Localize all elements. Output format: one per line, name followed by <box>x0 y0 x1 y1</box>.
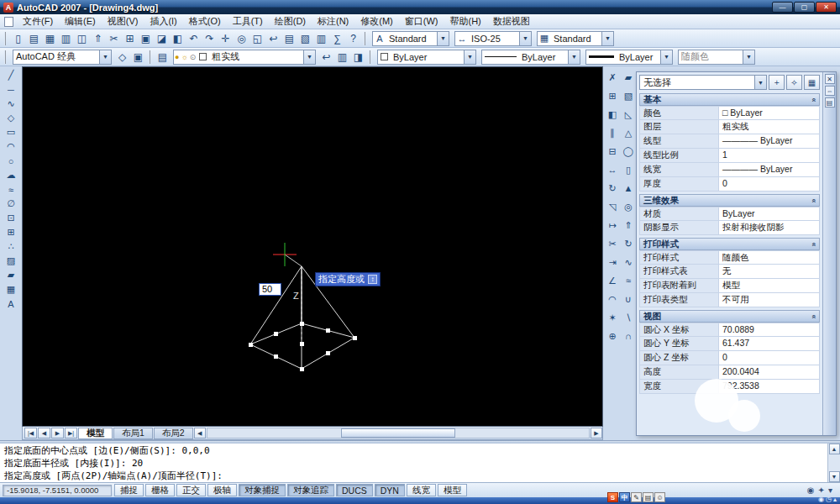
move-icon[interactable]: ↔ <box>605 160 620 179</box>
property-value[interactable]: 0 <box>719 177 819 191</box>
menu-window[interactable]: 窗口(W) <box>399 14 444 29</box>
communication-center-icon[interactable]: ◉ <box>807 486 815 495</box>
dyn-toggle[interactable]: DYN <box>375 484 405 496</box>
make-block-icon[interactable]: ⊞ <box>3 225 19 239</box>
pen-icon[interactable]: ✎ <box>631 492 642 502</box>
command-scrollbar[interactable]: ▲ ▼ <box>827 444 840 482</box>
point-icon[interactable]: ∴ <box>3 239 19 254</box>
selection-combo[interactable]: 无选择 ▼ <box>639 75 767 90</box>
menu-file[interactable]: 文件(F) <box>17 14 59 29</box>
arc-icon[interactable]: ◠ <box>3 139 19 154</box>
pan-icon[interactable]: ✛ <box>218 30 234 46</box>
palette-menu-icon[interactable]: ▤ <box>825 97 835 108</box>
keyboard-icon[interactable]: ▤ <box>643 492 654 502</box>
hscroll-right-icon[interactable]: ▶ <box>591 428 602 438</box>
ellipse-icon[interactable]: ∅ <box>3 197 19 211</box>
chevron-down-icon[interactable]: ▼ <box>601 32 613 45</box>
property-value[interactable]: 61.437 <box>719 337 819 350</box>
snap-toggle[interactable]: 捕捉 <box>114 484 144 496</box>
palette-titlebar[interactable]: ✕ ⇔ ▤ <box>822 72 836 435</box>
property-value[interactable]: ———— ByLayer <box>719 134 819 148</box>
otrack-toggle[interactable]: 对象追踪 <box>287 484 334 496</box>
erase-icon[interactable]: ✗ <box>605 68 620 87</box>
menu-dataview[interactable]: 数据视图 <box>487 14 536 29</box>
chevron-down-icon[interactable]: ▼ <box>437 32 449 45</box>
table-style-combo[interactable]: ▦ Standard ▼ <box>537 31 614 46</box>
torus-icon[interactable]: ◎ <box>621 197 636 216</box>
layer-isolate-icon[interactable]: ◨ <box>350 49 366 65</box>
tab-last-button[interactable]: ▶| <box>65 428 77 438</box>
line-icon[interactable]: ╱ <box>3 68 19 82</box>
property-value[interactable]: 投射和接收阴影 <box>719 221 819 234</box>
property-value[interactable]: 不可用 <box>719 293 819 307</box>
box-icon[interactable]: ▧ <box>621 87 636 105</box>
open-icon[interactable]: ▤ <box>26 30 42 46</box>
tray-icon-2[interactable]: ◷ <box>826 496 832 503</box>
zoom-window-icon[interactable]: ◱ <box>249 30 265 46</box>
chevron-down-icon[interactable]: ▼ <box>660 50 672 64</box>
subtract-icon[interactable]: ∖ <box>621 308 636 327</box>
property-row[interactable]: 线型比例 1 <box>639 149 820 163</box>
workspace-combo[interactable]: AutoCAD 经典 ▼ <box>13 50 112 65</box>
property-value[interactable]: 粗实线 <box>719 120 819 134</box>
workspace-save-icon[interactable]: ▣ <box>130 49 146 65</box>
property-value[interactable]: ByLayer <box>719 207 819 220</box>
pickadd-toggle-button[interactable]: ＋ <box>769 75 785 90</box>
chevron-down-icon[interactable]: ▼ <box>754 76 766 89</box>
property-row[interactable]: 打印样式表 无 <box>639 265 820 279</box>
emoji-icon[interactable]: ☺ <box>654 492 665 502</box>
menu-insert[interactable]: 插入(I) <box>144 14 182 29</box>
tab-first-button[interactable]: |◀ <box>24 428 37 438</box>
cone-icon[interactable]: △ <box>621 123 636 142</box>
plot-icon[interactable]: ▥ <box>58 30 74 46</box>
property-row[interactable]: 线型 ———— ByLayer <box>639 134 820 149</box>
intersect-icon[interactable]: ∩ <box>621 327 636 345</box>
section-header-plot[interactable]: 打印样式 « <box>639 238 820 250</box>
zoom-realtime-icon[interactable]: ◎ <box>234 30 249 46</box>
minimize-button[interactable]: — <box>772 2 793 13</box>
rotate-icon[interactable]: ↻ <box>605 179 620 197</box>
scale-icon[interactable]: ◹ <box>605 197 620 216</box>
property-row[interactable]: 打印样式 随颜色 <box>639 250 820 265</box>
polysolid-icon[interactable]: ▰ <box>621 68 636 87</box>
copy-icon[interactable]: ⊞ <box>605 87 620 105</box>
extrude-icon[interactable]: ⇑ <box>621 216 636 234</box>
collapse-chevron-icon[interactable]: « <box>809 97 817 102</box>
layer-manager-icon[interactable]: ▤ <box>155 49 171 65</box>
region-icon[interactable]: ▰ <box>3 268 19 282</box>
copy-clip-icon[interactable]: ⊞ <box>122 30 138 46</box>
tab-layout2[interactable]: 布局2 <box>154 428 193 439</box>
maximize-button[interactable]: ▢ <box>794 2 815 13</box>
layer-freeze-icon[interactable]: ☼ <box>181 53 187 61</box>
command-prompt-line[interactable]: 指定高度或 [两点(2P)/轴端点(A)/顶面半径(T)]: <box>4 470 824 482</box>
undo-icon[interactable]: ↶ <box>186 30 202 46</box>
fillet-icon[interactable]: ◠ <box>605 290 620 308</box>
section-header-view[interactable]: 视图 « <box>639 310 820 323</box>
property-value[interactable]: 模型 <box>719 279 819 292</box>
sphere-icon[interactable]: ◯ <box>621 142 636 160</box>
property-row[interactable]: 圆心 X 坐标 70.0889 <box>639 323 820 337</box>
property-row[interactable]: 材质 ByLayer <box>639 207 820 221</box>
tab-prev-button[interactable]: ◀ <box>38 428 50 438</box>
redo-icon[interactable]: ↷ <box>202 30 218 46</box>
loft-icon[interactable]: ≈ <box>621 271 636 290</box>
menu-format[interactable]: 格式(O) <box>183 14 227 29</box>
color-combo[interactable]: ByLayer ▼ <box>377 50 476 65</box>
palette-autohide-icon[interactable]: ⇔ <box>825 86 835 96</box>
tab-layout1[interactable]: 布局1 <box>113 428 153 439</box>
layer-combo[interactable]: ● ☼ ⊙ 粗实线 ▼ <box>173 50 316 65</box>
property-value[interactable]: 随颜色 <box>719 251 819 264</box>
help-icon[interactable]: ? <box>345 30 361 46</box>
property-value[interactable]: 1 <box>719 149 819 162</box>
chevron-down-icon[interactable]: ▼ <box>519 32 531 45</box>
array-icon[interactable]: ⊟ <box>605 142 620 160</box>
polyline-icon[interactable]: ∿ <box>3 97 19 111</box>
tray-icon-1[interactable]: ◉ <box>818 496 824 503</box>
join-icon[interactable]: ⊕ <box>605 327 620 345</box>
tool-palettes-icon[interactable]: ▥ <box>313 30 329 46</box>
toolbar-grip[interactable] <box>364 32 367 45</box>
properties-icon[interactable]: ▤ <box>281 30 297 46</box>
title-bar[interactable]: A AutoCAD 2007 - [Drawing4.dwg] — ▢ ✕ <box>0 0 840 14</box>
tray-icon-3[interactable]: ▴ <box>833 496 837 503</box>
chevron-down-icon[interactable]: ▼ <box>303 50 315 64</box>
